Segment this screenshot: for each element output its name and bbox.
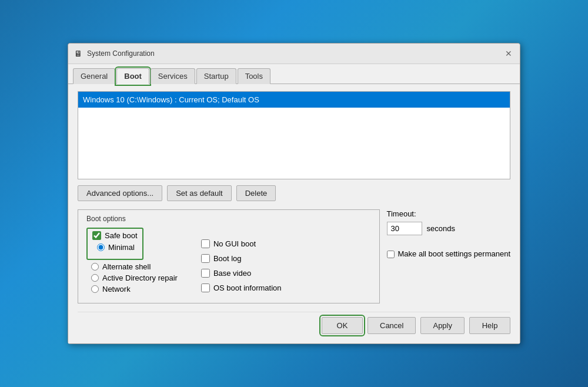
make-permanent-label[interactable]: Make all boot settings permanent — [398, 249, 511, 258]
os-boot-info-label[interactable]: OS boot information — [213, 283, 282, 292]
boot-log-row: Boot log — [201, 254, 282, 263]
os-boot-info-row: OS boot information — [201, 283, 282, 292]
os-list: Windows 10 (C:\Windows) : Current OS; De… — [78, 91, 510, 179]
os-boot-info-checkbox[interactable] — [201, 283, 210, 292]
timeout-unit: seconds — [427, 224, 455, 233]
boot-options-legend: Boot options — [86, 215, 371, 223]
base-video-label[interactable]: Base video — [213, 269, 251, 278]
options-columns: Safe boot Minimal Alternate shell — [86, 228, 371, 296]
timeout-area: Timeout: 30 seconds Make all boot settin… — [387, 209, 511, 303]
cancel-button[interactable]: Cancel — [368, 317, 416, 334]
minimal-radio[interactable] — [97, 243, 105, 251]
timeout-input[interactable]: 30 — [387, 222, 422, 235]
tab-bar: General Boot Services Startup Tools — [68, 64, 520, 84]
radio-active-directory: Active Directory repair — [86, 273, 178, 282]
active-directory-label[interactable]: Active Directory repair — [102, 273, 178, 282]
tab-startup[interactable]: Startup — [196, 68, 236, 84]
right-options: No GUI boot Boot log Base video OS — [201, 228, 282, 296]
help-button[interactable]: Help — [469, 317, 510, 334]
no-gui-row: No GUI boot — [201, 239, 282, 248]
network-radio[interactable] — [91, 285, 99, 293]
base-video-row: Base video — [201, 269, 282, 278]
action-buttons: Advanced options... Set as default Delet… — [78, 185, 510, 201]
radio-network: Network — [86, 285, 178, 293]
boot-options-box: Boot options Safe boot Minimal — [78, 209, 380, 303]
safe-boot-checkbox[interactable] — [92, 231, 101, 240]
minimal-label[interactable]: Minimal — [108, 243, 135, 252]
radio-alternate-shell: Alternate shell — [86, 262, 178, 271]
radio-minimal: Minimal — [92, 243, 138, 252]
tab-boot[interactable]: Boot — [116, 68, 149, 84]
alternate-shell-radio[interactable] — [91, 263, 99, 271]
apply-button[interactable]: Apply — [420, 317, 465, 334]
delete-button[interactable]: Delete — [236, 185, 276, 201]
boot-log-checkbox[interactable] — [201, 254, 210, 263]
set-default-button[interactable]: Set as default — [167, 185, 232, 201]
footer-buttons: OK Cancel Apply Help — [78, 312, 510, 334]
network-label[interactable]: Network — [102, 285, 131, 293]
title-bar: 🖥 System Configuration ✕ — [68, 44, 520, 64]
tab-tools[interactable]: Tools — [238, 68, 270, 84]
close-button[interactable]: ✕ — [502, 47, 515, 60]
safe-boot-label[interactable]: Safe boot — [105, 231, 138, 240]
tab-services[interactable]: Services — [151, 68, 195, 84]
alternate-shell-label[interactable]: Alternate shell — [102, 262, 151, 271]
tab-general[interactable]: General — [73, 68, 115, 84]
make-permanent-checkbox[interactable] — [387, 251, 395, 258]
make-permanent-row: Make all boot settings permanent — [387, 249, 511, 258]
left-options: Safe boot Minimal Alternate shell — [86, 228, 178, 296]
boot-log-label[interactable]: Boot log — [213, 254, 242, 263]
base-video-checkbox[interactable] — [201, 269, 210, 278]
no-gui-checkbox[interactable] — [201, 239, 210, 248]
window-icon: 🖥 — [73, 48, 83, 59]
window-title: System Configuration — [87, 49, 502, 58]
advanced-options-button[interactable]: Advanced options... — [78, 185, 162, 201]
safe-boot-group: Safe boot Minimal — [86, 228, 143, 260]
no-gui-label[interactable]: No GUI boot — [213, 239, 256, 248]
timeout-row: 30 seconds — [387, 222, 455, 235]
system-config-window: 🖥 System Configuration ✕ General Boot Se… — [68, 43, 520, 344]
safe-boot-checkbox-row: Safe boot — [92, 231, 138, 240]
os-list-item[interactable]: Windows 10 (C:\Windows) : Current OS; De… — [78, 92, 510, 108]
ok-button[interactable]: OK — [322, 317, 363, 334]
active-directory-radio[interactable] — [91, 274, 99, 282]
tab-content: Windows 10 (C:\Windows) : Current OS; De… — [68, 84, 520, 343]
timeout-label: Timeout: — [387, 209, 416, 218]
options-area: Boot options Safe boot Minimal — [78, 209, 510, 303]
